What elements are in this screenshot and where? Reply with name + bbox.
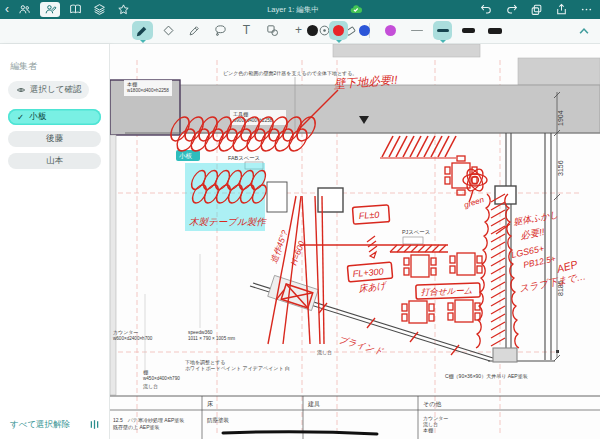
bookshelf-label: 本棚 <box>127 81 137 87</box>
note-kutai-1: 躯体ふかし <box>513 209 560 227</box>
layers-button[interactable] <box>91 3 108 17</box>
dim-3156: 3156 <box>557 160 564 176</box>
back-button[interactable]: ‹ <box>5 0 9 19</box>
redo-button[interactable] <box>503 3 520 17</box>
grid-end-marker <box>556 350 559 353</box>
left-note-2: 既存壁の上 AEP塗装 <box>113 424 160 430</box>
lasso-tool[interactable] <box>210 21 231 40</box>
cad-note: ピンク色の範囲の壁面2什器を支えるので全体下地とする。 <box>223 70 357 77</box>
editor-name: 小板 <box>29 111 46 123</box>
counter-lines <box>268 196 324 344</box>
col-header-floor: 床 <box>207 400 213 407</box>
col-header-other: その他 <box>423 401 441 408</box>
table-top-right <box>445 156 477 195</box>
collaborators-button[interactable] <box>16 3 33 17</box>
bookshelf-dims: w1800×d400×h2258 <box>127 88 169 93</box>
toolshelf-label: 工具棚 <box>233 111 248 117</box>
select-and-review-label: 選択して確認 <box>30 84 81 96</box>
chevron-up-icon <box>577 24 591 38</box>
lasso-icon <box>213 23 228 38</box>
shape-tool[interactable] <box>262 21 283 40</box>
shelf-label: 棚 <box>143 369 148 375</box>
panel-layout-button[interactable] <box>89 416 100 434</box>
notebook-button[interactable] <box>67 3 84 17</box>
export-button[interactable] <box>553 3 570 17</box>
select-and-review-button[interactable]: 選択して確認 <box>8 81 89 99</box>
people-icon <box>18 3 31 16</box>
floor-plan-drawing: 1904 3156 8185 ピンク色の範囲の壁面2什器を支えるので全体下地とす… <box>110 44 600 439</box>
counter-dims: w600×d2400×h700 <box>113 336 153 341</box>
share-icon <box>555 3 568 16</box>
redo-icon <box>505 3 518 16</box>
editors-panel: 編集者 選択して確認 ✓ 小板 後藤 山本 すべて選択解除 <box>0 44 110 439</box>
check-icon: ✓ <box>17 112 24 122</box>
layers-icon <box>93 3 106 16</box>
cell-floor: 防塵塗装 <box>207 417 230 424</box>
left-note-1: 12.5 パテ寒冷紗処理 AEP塗装 <box>113 417 184 424</box>
undo-button[interactable] <box>478 3 495 17</box>
col-header-fittings: 建具 <box>307 401 320 408</box>
note-h600: H=600 <box>288 239 306 266</box>
editor-item-yamamoto[interactable]: 山本 <box>8 153 101 169</box>
pj-space-label: PJスペース <box>402 229 430 235</box>
duplicate-button[interactable] <box>528 3 545 17</box>
pencil-icon <box>187 23 202 38</box>
hatch-band-top <box>380 136 456 158</box>
stroke-width-4[interactable] <box>485 21 504 40</box>
table-d <box>448 300 480 322</box>
table-c <box>402 301 434 323</box>
editor-item-goto[interactable]: 後藤 <box>8 131 101 147</box>
counter-label: カウンター <box>113 329 138 335</box>
black-marker-stroke[interactable] <box>223 432 377 434</box>
sync-status-icon <box>349 3 363 16</box>
color-black[interactable] <box>303 21 322 40</box>
color-magenta[interactable] <box>381 21 400 40</box>
favorite-button[interactable] <box>115 3 132 17</box>
color-red[interactable] <box>329 21 348 40</box>
editor-item-koita[interactable]: ✓ 小板 <box>8 109 101 125</box>
editors-panel-title: 編集者 <box>10 60 109 73</box>
note-blind: ブラインド <box>337 334 385 357</box>
color-blue[interactable] <box>355 21 374 40</box>
pencil-tool[interactable] <box>184 21 205 40</box>
note-green: green <box>463 195 486 210</box>
ceiling-shelf-label: C棚（90×36×90）天井吊り AEP塗装 <box>445 373 528 379</box>
stroke-width-3[interactable] <box>459 21 478 40</box>
editor-mode-button[interactable] <box>40 2 60 17</box>
dim-1904: 1904 <box>557 110 564 126</box>
editor-name: 山本 <box>46 155 63 167</box>
machine-dims: 1011 × 790 × 1005 mm <box>188 336 235 341</box>
eye-icon <box>16 85 26 95</box>
toolshelf-dims: w900×d400×h2258 <box>233 118 273 123</box>
editor-name: 後藤 <box>46 133 63 145</box>
layer-title: Layer 1: 編集中 <box>238 0 348 19</box>
note-fl0: FL±0 <box>358 210 379 221</box>
whiteboard-note-2: ホワイトボードペイント アイデアペイント 白 <box>185 365 290 372</box>
note-kutai-2: 必要!! <box>519 226 545 241</box>
table-b <box>450 253 482 275</box>
shelf-dims: w450×d400×h790 <box>143 376 180 381</box>
marker-tool[interactable] <box>158 21 179 40</box>
diamond-icon <box>161 23 176 38</box>
person-edit-icon <box>44 3 57 16</box>
star-icon <box>117 3 130 16</box>
more-button[interactable] <box>578 3 595 17</box>
note-meeting-room: 打合せルーム <box>421 285 473 297</box>
collapse-ribbon-button[interactable] <box>577 24 591 38</box>
note-slab: スラブ下まで… <box>518 270 586 294</box>
sink-label-1: 流し台 <box>143 383 158 390</box>
pen-icon <box>135 23 150 38</box>
undo-icon <box>480 3 493 16</box>
text-tool[interactable]: T <box>236 21 257 40</box>
tool-ribbon: T + <box>0 19 600 44</box>
pen-tool[interactable] <box>132 21 153 40</box>
editor-tag-name: 小板 <box>179 152 193 159</box>
sink-label-2: 流し台 <box>317 349 332 356</box>
finish-schedule-table: 床 建具 その他 12.5 パテ寒冷紗処理 AEP塗装 既存壁の上 AEP塗装 … <box>110 396 600 439</box>
drawing-canvas[interactable]: 1904 3156 8185 ピンク色の範囲の壁面2什器を支えるので全体下地とす… <box>110 44 600 439</box>
note-wood-table: 木製テーブル製作 <box>189 216 267 227</box>
stroke-width-2[interactable] <box>433 21 452 40</box>
stroke-width-1[interactable] <box>407 21 426 40</box>
cell-other-3: 本棚 <box>423 427 433 433</box>
deselect-all-button[interactable]: すべて選択解除 <box>10 419 70 431</box>
